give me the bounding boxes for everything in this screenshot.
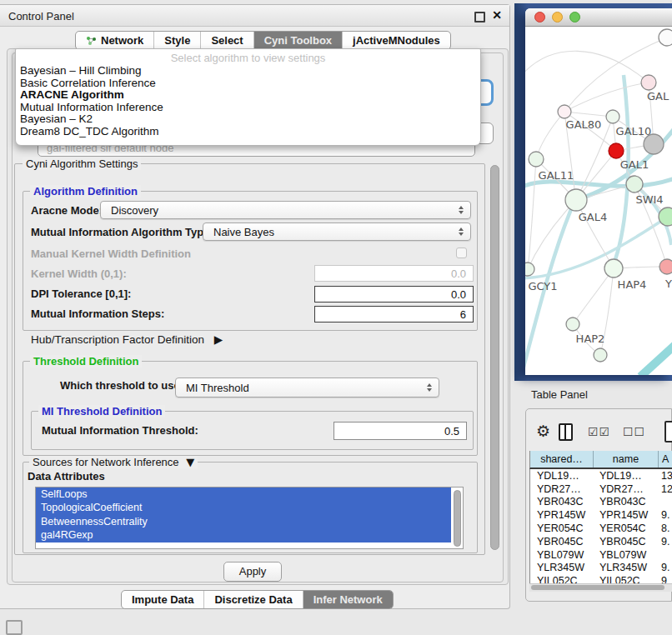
network-view-window: GALGAL80GAL10GAL1GAL11GAL4SWI4GCY1HAP4YH… — [525, 8, 672, 375]
network-window-titlebar[interactable] — [525, 8, 672, 27]
columns-icon[interactable] — [559, 423, 573, 441]
aracne-mode-value: Discovery — [111, 204, 158, 217]
network-node[interactable] — [659, 208, 672, 226]
table-row[interactable]: YLR345WYLR345W9. — [530, 562, 672, 575]
control-panel-tabbar: Network Style Select Cyni Toolbox jActiv… — [75, 31, 451, 50]
table-row[interactable]: YDR27…YDR27…12 — [530, 482, 672, 496]
settings-scrollbar[interactable] — [490, 165, 499, 550]
network-node[interactable] — [565, 189, 587, 211]
algorithm-option[interactable]: Mutual Information Inference — [16, 102, 480, 114]
network-node[interactable] — [566, 318, 579, 331]
algorithm-option[interactable]: Basic Correlation Inference — [16, 78, 480, 90]
apply-button[interactable]: Apply — [223, 562, 282, 582]
table-row[interactable]: YIL052CYIL052C9 — [530, 574, 672, 583]
table-cell: YIL052C — [530, 575, 594, 583]
tab-infer-network[interactable]: Infer Network — [303, 591, 393, 608]
network-node[interactable] — [659, 259, 672, 274]
network-node-label: HAP4 — [618, 278, 647, 291]
tab-network[interactable]: Network — [76, 32, 154, 49]
network-edge — [528, 159, 536, 269]
minimized-panel-icon[interactable] — [6, 620, 23, 635]
close-window-icon[interactable] — [534, 12, 545, 22]
zoom-window-icon[interactable] — [569, 12, 580, 22]
which-threshold-combo[interactable]: MI Threshold — [175, 378, 439, 398]
algorithm-options-list: Bayesian – Hill ClimbingBasic Correlatio… — [16, 65, 480, 138]
dpi-tolerance-value: 0.0 — [451, 288, 466, 301]
network-node[interactable] — [604, 259, 623, 278]
tab-discretize-data[interactable]: Discretize Data — [204, 591, 303, 608]
float-window-icon[interactable] — [474, 12, 485, 22]
network-icon — [86, 36, 97, 46]
algorithm-definition-legend: Algorithm Definition — [30, 185, 141, 198]
gear-icon[interactable]: ⚙ — [536, 422, 550, 440]
mi-type-combo[interactable]: Naive Bayes — [203, 222, 471, 241]
apply-button-label: Apply — [239, 565, 267, 578]
close-panel-icon[interactable]: ✕ — [492, 8, 502, 22]
network-node[interactable] — [659, 29, 672, 46]
tab-label: Impute Data — [132, 593, 193, 606]
algorithm-option[interactable]: ARACNE Algorithm — [16, 89, 480, 102]
tab-label: Infer Network — [313, 593, 383, 606]
algorithm-placeholder: Select algorithm to view settings — [16, 52, 480, 64]
cyni-bottom-tabbar: Impute Data Discretize Data Infer Networ… — [121, 590, 394, 609]
table-row[interactable]: YBR045CYBR045C9. — [530, 535, 672, 548]
table-cell: 12 — [659, 483, 672, 495]
table-header-row: shared… name A — [529, 451, 672, 469]
dpi-tolerance-field[interactable]: 0.0 — [314, 286, 474, 302]
tab-jactivemnodules[interactable]: jActiveMNodules — [343, 32, 450, 49]
which-threshold-label: Which threshold to use: — [60, 379, 183, 392]
control-panel-titlebar[interactable]: Control Panel ✕ — [0, 5, 509, 27]
mi-steps-field[interactable]: 6 — [314, 306, 474, 322]
mi-threshold-field[interactable]: 0.5 — [333, 422, 467, 440]
collapse-down-icon[interactable]: ▼ — [186, 456, 194, 468]
network-node[interactable] — [626, 176, 643, 192]
table-row[interactable]: YBR043CYBR043C — [530, 496, 672, 509]
network-node[interactable] — [609, 143, 624, 158]
algorithm-option[interactable]: Bayesian – Hill Climbing — [16, 65, 480, 78]
new-table-icon[interactable] — [664, 421, 672, 442]
tab-label: Cyni Toolbox — [264, 34, 332, 47]
algorithm-option[interactable]: Bayesian – K2 — [16, 113, 480, 126]
tab-style[interactable]: Style — [154, 32, 201, 49]
network-node-label: Y — [664, 278, 672, 290]
table-panel-title: Table Panel — [531, 388, 588, 401]
attribute-item[interactable]: SelfLoops — [36, 488, 451, 501]
tab-select[interactable]: Select — [201, 32, 253, 49]
control-panel-window: Control Panel ✕ Network Style Select Cyn… — [0, 4, 510, 609]
column-header-name[interactable]: name — [594, 451, 659, 468]
network-edge — [611, 75, 629, 270]
tab-cyni-toolbox[interactable]: Cyni Toolbox — [254, 32, 343, 49]
tab-label: Network — [101, 34, 143, 47]
minimize-window-icon[interactable] — [552, 12, 563, 22]
table-cell: 9. — [659, 509, 672, 521]
network-node[interactable] — [641, 75, 656, 90]
table-hscroll-thumb[interactable] — [531, 585, 664, 591]
select-all-checkboxes-icon[interactable]: ☑☑ — [588, 425, 610, 438]
attribute-item[interactable]: TopologicalCoefficient — [36, 501, 451, 514]
stepper-arrows-icon — [427, 383, 432, 392]
tab-label: jActiveMNodules — [353, 34, 440, 47]
attribute-item[interactable]: gal4RGexp — [36, 528, 451, 542]
attributes-scrollbar[interactable] — [454, 490, 461, 547]
attribute-item[interactable]: BetweennessCentrality — [36, 515, 451, 528]
table-row[interactable]: YER054CYER054C8. — [530, 522, 672, 535]
network-node[interactable] — [606, 110, 619, 123]
hub-section-label[interactable]: Hub/Transcription Factor Definition ▶ — [31, 332, 223, 346]
mi-steps-label: Mutual Information Steps: — [31, 308, 164, 320]
expand-right-icon[interactable]: ▶ — [214, 332, 223, 346]
table-body: YDL19…YDL19…13YDR27…YDR27…12YBR043CYBR04… — [529, 469, 672, 583]
column-header-sharedname[interactable]: shared… — [530, 451, 594, 468]
unselect-all-checkboxes-icon[interactable]: ☐☐ — [623, 425, 645, 438]
tab-impute-data[interactable]: Impute Data — [122, 591, 204, 608]
network-node[interactable] — [529, 152, 544, 167]
network-canvas[interactable]: GALGAL80GAL10GAL1GAL11GAL4SWI4GCY1HAP4YH… — [525, 27, 672, 375]
algorithm-option[interactable]: Dream8 DC_TDC Algorithm — [16, 126, 480, 138]
table-row[interactable]: YBL079WYBL079W — [530, 548, 672, 562]
column-header-clipped[interactable]: A — [659, 451, 672, 468]
network-node[interactable] — [558, 105, 571, 118]
table-row[interactable]: YPR145WYPR145W9. — [530, 508, 672, 522]
network-node[interactable] — [594, 348, 607, 362]
table-row[interactable]: YDL19…YDL19…13 — [530, 469, 672, 482]
aracne-mode-combo[interactable]: Discovery — [100, 201, 471, 219]
network-node[interactable] — [525, 262, 534, 276]
